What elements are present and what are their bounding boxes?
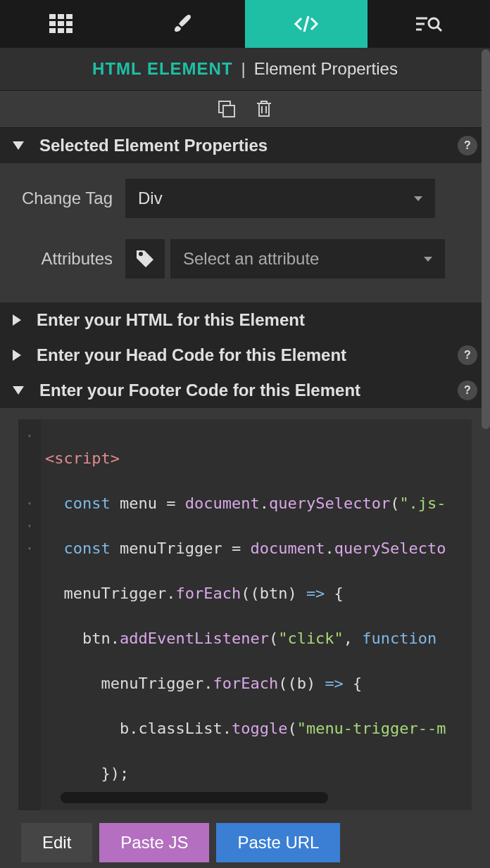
tab-search[interactable] bbox=[367, 0, 490, 48]
paste-url-button[interactable]: Paste URL bbox=[216, 823, 340, 862]
svg-rect-6 bbox=[49, 28, 56, 33]
svg-rect-3 bbox=[49, 21, 56, 26]
breadcrumb: HTML ELEMENT | Element Properties bbox=[0, 48, 490, 90]
edit-button[interactable]: Edit bbox=[21, 823, 92, 862]
trash-icon bbox=[256, 99, 272, 119]
section-footer-code[interactable]: Enter your Footer Code for this Element … bbox=[0, 373, 490, 408]
help-button[interactable]: ? bbox=[458, 345, 477, 365]
duplicate-button[interactable] bbox=[218, 100, 236, 118]
change-tag-select[interactable]: Div bbox=[125, 179, 435, 218]
copy-icon bbox=[218, 100, 236, 118]
chevron-right-icon bbox=[13, 350, 21, 361]
code-icon bbox=[294, 14, 319, 34]
help-button[interactable]: ? bbox=[458, 381, 477, 400]
svg-line-9 bbox=[304, 16, 308, 32]
section-title: Enter your Head Code for this Element bbox=[37, 345, 346, 365]
tab-style[interactable] bbox=[122, 0, 245, 48]
horizontal-scrollbar[interactable] bbox=[61, 792, 328, 803]
top-tab-bar bbox=[0, 0, 490, 48]
chevron-right-icon bbox=[13, 314, 21, 326]
chevron-down-icon bbox=[13, 386, 24, 395]
svg-rect-0 bbox=[49, 14, 56, 19]
svg-marker-21 bbox=[13, 314, 21, 326]
attributes-label: Attributes bbox=[14, 249, 125, 269]
search-list-icon bbox=[415, 14, 443, 34]
svg-point-13 bbox=[429, 18, 439, 28]
svg-line-14 bbox=[437, 27, 441, 31]
brush-icon bbox=[173, 13, 194, 34]
tab-code[interactable] bbox=[245, 0, 367, 48]
svg-rect-4 bbox=[58, 21, 64, 26]
section-title: Enter your HTML for this Element bbox=[37, 310, 305, 330]
svg-rect-16 bbox=[223, 106, 234, 117]
tag-icon bbox=[135, 249, 155, 269]
code-editor[interactable]: ▾ ▾ ▾ ▾ <script> const menu = document.q… bbox=[18, 419, 472, 810]
tab-grid[interactable] bbox=[0, 0, 122, 48]
delete-button[interactable] bbox=[256, 99, 272, 119]
section-head-code[interactable]: Enter your Head Code for this Element ? bbox=[0, 338, 490, 373]
tag-icon-button[interactable] bbox=[125, 239, 165, 279]
svg-rect-5 bbox=[66, 21, 73, 26]
vertical-scrollbar[interactable] bbox=[482, 49, 490, 429]
chevron-down-icon bbox=[13, 141, 24, 150]
section-title: Selected Element Properties bbox=[39, 136, 268, 155]
chevron-down-icon bbox=[414, 196, 422, 201]
code-gutter: ▾ ▾ ▾ ▾ bbox=[18, 419, 41, 810]
code-content: <script> const menu = document.querySele… bbox=[41, 419, 446, 810]
change-tag-label: Change Tag bbox=[14, 189, 125, 208]
properties-panel: Change Tag Div Attributes Select an attr… bbox=[0, 163, 490, 302]
breadcrumb-separator: | bbox=[241, 59, 246, 79]
breadcrumb-sub: Element Properties bbox=[254, 59, 398, 79]
svg-marker-20 bbox=[13, 141, 24, 150]
section-title: Enter your Footer Code for this Element bbox=[39, 381, 360, 400]
section-html[interactable]: Enter your HTML for this Element bbox=[0, 302, 490, 338]
button-row: Edit Paste JS Paste URL bbox=[0, 810, 490, 868]
change-tag-value: Div bbox=[138, 189, 163, 208]
action-bar bbox=[0, 90, 490, 128]
svg-rect-2 bbox=[66, 14, 73, 19]
section-properties[interactable]: Selected Element Properties ? bbox=[0, 128, 490, 163]
svg-marker-22 bbox=[13, 350, 21, 361]
attribute-placeholder: Select an attribute bbox=[183, 249, 319, 269]
svg-rect-8 bbox=[66, 28, 73, 33]
attribute-select[interactable]: Select an attribute bbox=[170, 239, 445, 279]
chevron-down-icon bbox=[424, 257, 432, 262]
grid-icon bbox=[49, 14, 73, 34]
svg-rect-7 bbox=[58, 28, 64, 33]
svg-marker-23 bbox=[13, 386, 24, 395]
help-button[interactable]: ? bbox=[458, 136, 477, 155]
breadcrumb-main[interactable]: HTML ELEMENT bbox=[92, 59, 233, 79]
svg-rect-1 bbox=[58, 14, 64, 19]
paste-js-button[interactable]: Paste JS bbox=[99, 823, 209, 862]
